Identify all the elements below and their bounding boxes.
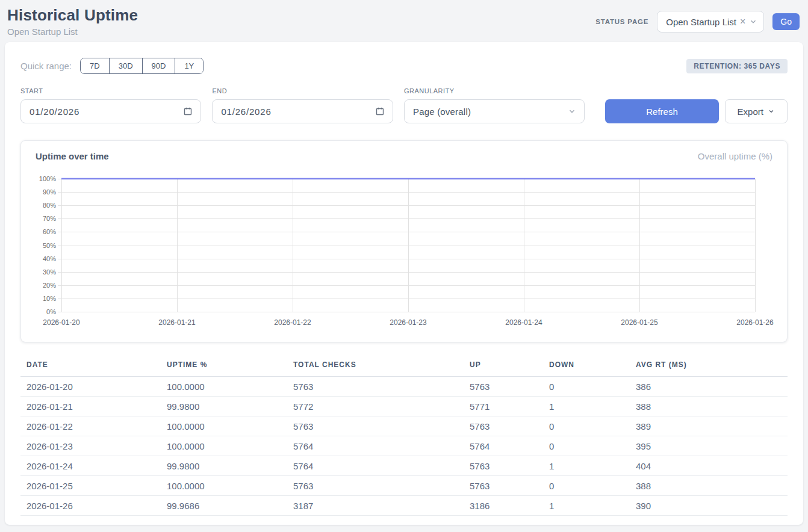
- chart-x-axis-labels: 2026-01-202026-01-212026-01-222026-01-23…: [61, 318, 755, 328]
- h-gridline: [58, 312, 755, 312]
- uptime-stats-table: DATEUPTIME %TOTAL CHECKSUPDOWNAVG RT (MS…: [20, 357, 788, 516]
- granularity-select[interactable]: Page (overall): [404, 99, 585, 123]
- table-cell: 404: [636, 456, 788, 476]
- table-row: 2026-01-2699.9686318731861390: [20, 496, 788, 516]
- column-header-uptime: UPTIME %: [167, 357, 293, 377]
- chart-title: Uptime over time: [36, 151, 109, 161]
- x-axis-tick-label: 2026-01-24: [505, 318, 542, 327]
- table-cell: 0: [549, 377, 636, 397]
- table-cell: 100.0000: [167, 476, 293, 496]
- table-cell: 5764: [470, 436, 549, 456]
- y-axis-tick-label: 70%: [43, 215, 56, 222]
- table-cell: 1: [549, 456, 636, 476]
- end-date-label: END: [212, 87, 393, 94]
- start-date-field-group: START 01/20/2026: [20, 87, 201, 123]
- table-cell: 5763: [293, 416, 470, 436]
- table-cell: 1: [549, 397, 636, 416]
- table-cell: 0: [549, 416, 636, 436]
- column-header-avg-rt-ms: AVG RT (MS): [636, 357, 788, 377]
- table-cell: 99.9686: [167, 496, 293, 516]
- y-axis-tick-label: 80%: [43, 202, 56, 209]
- table-cell: 2026-01-23: [20, 436, 167, 456]
- status-page-select[interactable]: Open Startup List ×: [657, 11, 764, 32]
- status-page-select-value: Open Startup List: [666, 17, 736, 27]
- table-cell: 5763: [470, 476, 549, 496]
- y-axis-tick-label: 0%: [46, 308, 56, 315]
- table-cell: 2026-01-22: [20, 416, 167, 436]
- end-date-field-group: END 01/26/2026: [212, 87, 393, 123]
- filter-form-row: START 01/20/2026 END 01/26/2026 GRANULAR…: [20, 87, 788, 123]
- column-header-down: DOWN: [549, 357, 636, 377]
- table-cell: 3187: [293, 496, 470, 516]
- table-cell: 100.0000: [167, 436, 293, 456]
- quick-range-1y-button[interactable]: 1Y: [175, 58, 203, 73]
- table-cell: 2026-01-25: [20, 476, 167, 496]
- table-cell: 388: [636, 397, 788, 416]
- export-button[interactable]: Export: [725, 99, 788, 123]
- table-cell: 5772: [293, 397, 470, 416]
- quick-range-7d-button[interactable]: 7D: [81, 58, 109, 73]
- top-header: Historical Uptime Open Startup List STAT…: [0, 0, 808, 37]
- table-cell: 5764: [293, 436, 470, 456]
- table-cell: 5763: [293, 377, 470, 397]
- y-axis-tick-label: 60%: [43, 228, 56, 235]
- quick-range-group: 7D30D90D1Y: [80, 58, 204, 74]
- granularity-value: Page (overall): [413, 107, 471, 117]
- refresh-button[interactable]: Refresh: [605, 99, 718, 123]
- start-date-label: START: [20, 87, 201, 94]
- table-cell: 389: [636, 416, 788, 436]
- table-cell: 1: [549, 496, 636, 516]
- end-date-input[interactable]: 01/26/2026: [212, 99, 393, 123]
- column-header-date: DATE: [20, 357, 167, 377]
- uptime-line-series: [61, 179, 755, 312]
- y-axis-tick-label: 10%: [43, 295, 56, 302]
- table-header-row: DATEUPTIME %TOTAL CHECKSUPDOWNAVG RT (MS…: [20, 357, 788, 377]
- chart-legend: Overall uptime (%): [698, 151, 772, 161]
- table-cell: 99.9800: [167, 456, 293, 476]
- calendar-icon[interactable]: [183, 107, 193, 116]
- chevron-down-icon: [749, 17, 757, 26]
- uptime-chart-card: Uptime over time Overall uptime (%) 0%10…: [20, 140, 788, 342]
- go-button[interactable]: Go: [772, 13, 800, 30]
- quick-range-label: Quick range:: [20, 61, 72, 71]
- x-axis-tick-label: 2026-01-23: [390, 318, 426, 327]
- x-axis-tick-label: 2026-01-20: [43, 318, 79, 327]
- x-axis-tick-label: 2026-01-22: [274, 318, 311, 327]
- table-cell: 0: [549, 436, 636, 456]
- start-date-value: 01/20/2026: [30, 107, 79, 117]
- chevron-down-icon: [568, 107, 576, 116]
- y-axis-tick-label: 40%: [43, 255, 56, 262]
- start-date-input[interactable]: 01/20/2026: [20, 99, 201, 123]
- y-axis-tick-label: 100%: [39, 175, 56, 182]
- table-cell: 5771: [470, 397, 549, 416]
- table-cell: 2026-01-20: [20, 377, 167, 397]
- table-cell: 5763: [470, 456, 549, 476]
- table-cell: 5764: [293, 456, 470, 476]
- table-cell: 2026-01-21: [20, 397, 167, 416]
- table-cell: 5763: [470, 416, 549, 436]
- status-page-controls: STATUS PAGE Open Startup List × Go: [595, 11, 800, 32]
- end-date-value: 01/26/2026: [221, 107, 271, 117]
- table-row: 2026-01-25100.0000576357630388: [20, 476, 788, 496]
- clear-selection-icon[interactable]: ×: [740, 17, 745, 26]
- y-axis-tick-label: 30%: [43, 268, 56, 276]
- table-cell: 99.9800: [167, 397, 293, 416]
- status-page-label: STATUS PAGE: [595, 18, 648, 25]
- table-cell: 2026-01-24: [20, 456, 167, 476]
- y-axis-tick-label: 20%: [43, 282, 56, 289]
- calendar-icon[interactable]: [375, 107, 385, 116]
- v-gridline: [755, 179, 756, 312]
- table-cell: 3186: [470, 496, 549, 516]
- quick-range-30d-button[interactable]: 30D: [109, 58, 142, 73]
- table-cell: 390: [636, 496, 788, 516]
- x-axis-tick-label: 2026-01-21: [158, 318, 195, 327]
- page-subtitle: Open Startup List: [7, 26, 138, 37]
- granularity-label: GRANULARITY: [404, 87, 585, 94]
- table-row: 2026-01-20100.0000576357630386: [20, 377, 788, 397]
- table-row: 2026-01-23100.0000576457640395: [20, 436, 788, 456]
- page-title: Historical Uptime: [7, 6, 138, 25]
- column-header-total-checks: TOTAL CHECKS: [293, 357, 470, 377]
- table-body: 2026-01-20100.00005763576303862026-01-21…: [20, 377, 788, 516]
- quick-range-90d-button[interactable]: 90D: [142, 58, 175, 73]
- table-cell: 388: [636, 476, 788, 496]
